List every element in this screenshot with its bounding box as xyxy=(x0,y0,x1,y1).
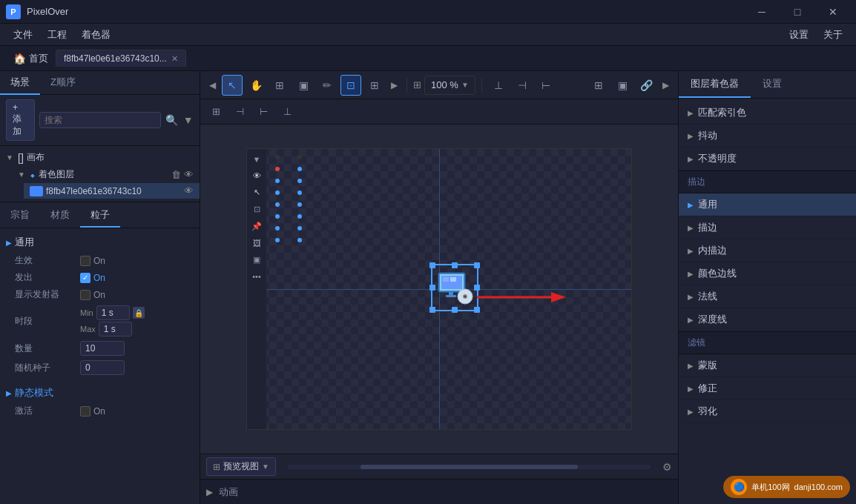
handle-bm[interactable] xyxy=(452,307,458,313)
handle-tm[interactable] xyxy=(452,262,458,268)
close-button[interactable]: ✕ xyxy=(816,0,850,24)
duration-lock-icon[interactable]: 🔒 xyxy=(133,307,145,319)
left-tool-more[interactable]: ••• xyxy=(252,272,261,281)
left-tool-cursor2[interactable]: ↖ xyxy=(254,188,260,197)
anim-arrow-icon[interactable]: ▶ xyxy=(206,487,213,497)
right-section-correction[interactable]: ▶ 修正 xyxy=(679,377,856,400)
filter-icon-btn[interactable]: ▼ xyxy=(182,111,194,129)
tool-spread[interactable]: ⊢ xyxy=(536,75,556,96)
search-input[interactable] xyxy=(39,112,161,128)
tab-zorder[interactable]: Z顺序 xyxy=(40,71,86,94)
left-tool-layers2[interactable]: ▣ xyxy=(253,255,260,265)
search-icon-btn[interactable]: 🔍 xyxy=(165,111,178,129)
right-section-mask[interactable]: ▶ 蒙版 xyxy=(679,354,856,377)
tab-scene[interactable]: 场景 xyxy=(0,71,40,95)
canvas-icon: [] xyxy=(18,152,24,164)
activate-toggle[interactable]: On xyxy=(80,406,105,417)
static-mode-section[interactable]: ▶ 静态模式 xyxy=(6,383,194,402)
props-general-section[interactable]: ▶ 通用 xyxy=(6,233,194,252)
duration-min-input[interactable] xyxy=(96,305,130,320)
right-section-depth[interactable]: ▶ 深度线 xyxy=(679,308,856,331)
canvas-right-arrow2[interactable]: ▶ xyxy=(659,77,672,93)
right-section-opacity[interactable]: ▶ 不透明度 xyxy=(679,147,856,170)
duration-max-input[interactable] xyxy=(99,322,132,336)
settings-gear-icon[interactable]: ⚙ xyxy=(662,461,672,473)
layer-delete-icon[interactable]: 🗑 xyxy=(171,169,181,180)
tool-link[interactable]: 🔗 xyxy=(636,75,656,96)
handle-bl[interactable] xyxy=(429,307,435,313)
zoom-control[interactable]: 100 % ▼ xyxy=(424,76,475,95)
add-button[interactable]: + 添加 xyxy=(6,99,35,141)
sub-tool-align-h2[interactable]: ⊣ xyxy=(230,102,249,122)
canvas-area[interactable]: ▼ 👁 ↖ ⊡ 📌 🖼 ▣ ••• xyxy=(200,125,678,454)
right-section-normal[interactable]: ▶ 法线 xyxy=(679,285,856,308)
left-tool-image[interactable]: 🖼 xyxy=(253,239,261,248)
tree-item-canvas[interactable]: ▼ [] 画布 xyxy=(0,149,200,166)
canvas-left-arrow[interactable]: ◀ xyxy=(206,77,219,93)
menu-shader[interactable]: 着色器 xyxy=(74,25,118,44)
canvas-scrollbar-h[interactable] xyxy=(288,465,651,469)
zoom-dropdown-icon[interactable]: ▼ xyxy=(461,81,469,89)
tool-hand[interactable]: ✋ xyxy=(246,75,266,96)
emit-toggle[interactable]: ✓ On xyxy=(80,273,105,283)
sub-tool-spread2[interactable]: ⊥ xyxy=(277,102,297,122)
tree-item-layer[interactable]: ▼ ⬥ 着色图层 🗑 👁 xyxy=(12,166,200,183)
menu-project[interactable]: 工程 xyxy=(40,25,74,44)
canvas-sprite[interactable] xyxy=(431,264,478,311)
tool-select[interactable]: ⊞ xyxy=(269,75,290,96)
left-tool-pin[interactable]: 📌 xyxy=(251,222,262,231)
count-input[interactable] xyxy=(80,341,125,356)
right-section-color-edge[interactable]: ▶ 颜色边线 xyxy=(679,262,856,285)
right-section-stroke[interactable]: ▶ 描边 xyxy=(679,216,856,239)
sub-tool-align-v2[interactable]: ⊢ xyxy=(254,102,273,122)
tool-rect[interactable]: ▣ xyxy=(293,75,314,96)
effect-checkbox[interactable] xyxy=(80,256,90,266)
handle-tl[interactable] xyxy=(429,262,435,268)
tool-align-h[interactable]: ⊥ xyxy=(488,75,509,96)
tool-layers[interactable]: ▣ xyxy=(612,75,633,96)
menu-file[interactable]: 文件 xyxy=(6,25,40,44)
left-tool-arrow[interactable]: ▼ xyxy=(253,155,261,164)
canvas-right-arrow[interactable]: ▶ xyxy=(388,77,401,93)
show-emitter-checkbox[interactable] xyxy=(80,290,90,300)
right-tab-layer-shader[interactable]: 图层着色器 xyxy=(679,71,751,98)
show-emitter-toggle[interactable]: On xyxy=(80,290,105,300)
sub-tool-resize[interactable]: ⊞ xyxy=(206,102,225,122)
activate-checkbox[interactable] xyxy=(80,406,90,417)
tool-cursor[interactable]: ↖ xyxy=(222,75,243,96)
minimize-button[interactable]: ─ xyxy=(745,0,779,24)
image-eye-icon[interactable]: 👁 xyxy=(184,185,194,196)
right-section-feather[interactable]: ▶ 羽化 xyxy=(679,400,856,423)
right-section-inner-stroke[interactable]: ▶ 内描边 xyxy=(679,239,856,262)
right-section-match-color[interactable]: ▶ 匹配索引色 xyxy=(679,102,856,125)
effect-toggle[interactable]: On xyxy=(80,256,105,266)
left-tool-eye[interactable]: 👁 xyxy=(253,171,261,180)
tool-pen[interactable]: ✏ xyxy=(317,75,338,96)
emit-checkbox[interactable]: ✓ xyxy=(80,273,90,283)
maximize-button[interactable]: □ xyxy=(780,0,814,24)
tab-file[interactable]: f8fb47le0e61e36743c10... ✕ xyxy=(56,50,186,67)
tool-align-v[interactable]: ⊣ xyxy=(512,75,533,96)
left-tool-select2[interactable]: ⊡ xyxy=(254,205,260,214)
handle-ml[interactable] xyxy=(429,285,435,291)
menu-settings[interactable]: 设置 xyxy=(782,25,816,44)
right-section-general[interactable]: ▶ 通用 xyxy=(679,193,856,216)
tab-particle[interactable]: 粒子 xyxy=(80,204,120,228)
seed-input[interactable] xyxy=(80,360,125,375)
tool-frame[interactable]: ⊡ xyxy=(340,75,361,96)
tree-item-image[interactable]: f8fb47le0e61e36743c10 👁 xyxy=(24,183,200,199)
menu-about[interactable]: 关于 xyxy=(816,25,850,44)
static-arrow-icon: ▶ xyxy=(6,389,12,397)
right-tab-settings[interactable]: 设置 xyxy=(751,71,794,98)
tab-purpose[interactable]: 宗旨 xyxy=(0,204,40,228)
preview-select[interactable]: ⊞ 预览视图 ▼ xyxy=(206,457,276,476)
tab-close-icon[interactable]: ✕ xyxy=(171,54,178,64)
tool-grid2[interactable]: ⊞ xyxy=(588,75,609,96)
tab-material[interactable]: 材质 xyxy=(40,204,80,228)
tab-home[interactable]: 🏠 首页 xyxy=(6,49,56,68)
handle-tr[interactable] xyxy=(474,262,480,268)
tool-grid[interactable]: ⊞ xyxy=(364,75,385,96)
zoom-fit-icon[interactable]: ⊞ xyxy=(413,79,421,90)
right-section-dither[interactable]: ▶ 抖动 xyxy=(679,125,856,147)
layer-eye-icon[interactable]: 👁 xyxy=(184,169,194,180)
